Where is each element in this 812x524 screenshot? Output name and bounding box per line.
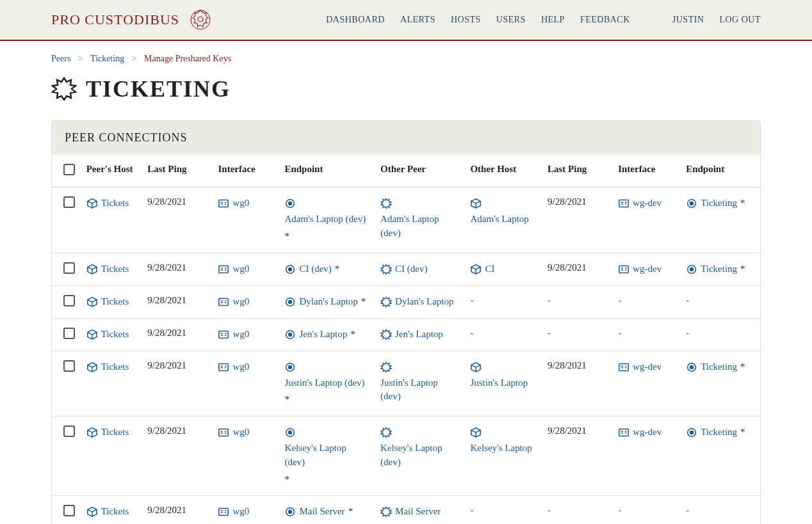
nav-feedback[interactable]: FEEDBACK [580,15,630,25]
cell-link[interactable]: Tickets [101,196,129,210]
cell-link[interactable]: wg-dev [633,360,662,374]
cell-link[interactable]: wg-dev [633,425,662,440]
burst-icon [380,264,392,275]
nav-logout[interactable]: LOG OUT [719,15,761,25]
nav-dashboard[interactable]: DASHBOARD [326,15,385,25]
cell-link[interactable]: CI [485,262,494,276]
cell-link[interactable]: Tickets [101,360,129,374]
cell-link[interactable]: Mail Server [395,505,441,519]
col-last-ping-1: Last Ping [141,155,211,187]
cell-last-ping: 9/28/2021 [541,187,612,253]
cell-link[interactable]: Justin's Laptop [470,376,528,390]
endpoint-icon [686,361,697,373]
cell-last-ping: 9/28/2021 [541,417,612,496]
cell-link[interactable]: Dylan's Laptop [299,295,357,309]
row-checkbox[interactable] [63,196,75,208]
medallion-icon [187,6,214,33]
nav-user[interactable]: JUSTIN [672,15,704,25]
cell-link[interactable]: Mail Server [299,505,345,519]
nav-help[interactable]: HELP [541,15,565,25]
psk-indicator: * [348,505,353,519]
cell-empty: - [686,328,689,338]
interface-icon [218,427,229,438]
burst-icon [380,427,392,438]
breadcrumb-peers[interactable]: Peers [51,54,70,63]
cell-empty: - [470,295,473,305]
psk-indicator: * [740,196,745,210]
interface-icon [218,198,229,209]
cube-icon [86,296,98,308]
cell-link[interactable]: Tickets [101,295,129,309]
row-checkbox[interactable] [63,262,75,274]
cube-icon [470,198,482,209]
cube-icon [86,427,98,438]
cell-last-ping: 9/28/2021 [141,285,211,318]
row-checkbox[interactable] [63,295,75,306]
burst-icon [380,361,392,373]
cell-link[interactable]: wg-dev [633,196,662,210]
psk-indicator: * [284,393,289,407]
cell-link[interactable]: wg-dev [633,262,662,276]
row-checkbox[interactable] [63,425,75,437]
cell-link[interactable]: wg0 [232,505,249,519]
endpoint-icon [284,296,296,308]
psk-indicator: * [335,262,340,276]
cell-link[interactable]: Adam's Laptop [470,212,528,226]
cell-link[interactable]: wg0 [232,262,249,276]
cell-link[interactable]: Kelsey's Laptop (dev) [284,441,368,470]
brand-logo[interactable]: PRO CUSTODIBUS [51,12,179,28]
cell-link[interactable]: Ticketing [701,425,737,440]
burst-icon [380,329,392,340]
cell-empty: - [618,328,621,338]
nav-hosts[interactable]: HOSTS [451,15,481,25]
breadcrumb-ticketing[interactable]: Ticketing [90,54,124,63]
cube-icon [86,506,98,518]
nav-alerts[interactable]: ALERTS [400,15,435,25]
cell-link[interactable]: Kelsey's Laptop [470,441,532,456]
cell-link[interactable]: Kelsey's Laptop (dev) [380,441,457,470]
cell-link[interactable]: Justin's Laptop (dev) [284,376,364,390]
cell-link[interactable]: Tickets [101,328,129,342]
cell-link[interactable]: wg0 [232,425,249,440]
cell-link[interactable]: Ticketing [701,262,737,276]
cell-link[interactable]: Ticketing [701,196,737,210]
breadcrumb: Peers > Ticketing > Manage Preshared Key… [51,54,761,64]
row-checkbox[interactable] [63,328,75,339]
cell-link[interactable]: Adam's Laptop (dev) [380,212,457,241]
cell-empty: - [686,295,689,305]
psk-indicator: * [284,230,289,244]
cell-link[interactable]: Dylan's Laptop [395,295,453,309]
cell-link[interactable]: Jen's Laptop [395,328,443,342]
panel-header: PEER CONNECTIONS [52,121,760,155]
table-row: Tickets9/28/2021wg0Justin's Laptop (dev)… [52,351,760,417]
interface-icon [618,427,629,438]
interface-icon [218,264,229,275]
endpoint-icon [686,427,697,438]
cell-link[interactable]: Adam's Laptop (dev) [284,212,366,226]
cell-empty: - [548,505,551,515]
cell-link[interactable]: Justin's Laptop (dev) [380,376,457,404]
cell-link[interactable]: wg0 [232,328,249,342]
cell-link[interactable]: wg0 [232,295,249,309]
row-checkbox[interactable] [63,505,75,516]
cell-link[interactable]: Tickets [101,505,129,519]
endpoint-icon [284,506,296,518]
cell-link[interactable]: wg0 [232,196,249,210]
nav-users[interactable]: USERS [496,15,526,25]
cell-link[interactable]: Jen's Laptop [299,328,347,342]
cell-link[interactable]: CI (dev) [395,262,427,276]
table-row: Tickets9/28/2021wg0Dylan's Laptop *Dylan… [52,285,760,318]
cell-link[interactable]: Tickets [101,425,129,440]
cell-link[interactable]: Tickets [101,262,129,276]
page-title-text: TICKETING [86,75,231,102]
cell-link[interactable]: wg0 [232,360,249,374]
select-all-checkbox[interactable] [63,164,75,175]
col-endpoint-2: Endpoint [679,155,760,187]
col-other-host: Other Host [464,155,541,187]
cell-link[interactable]: CI (dev) [299,262,331,276]
cell-link[interactable]: Ticketing [701,360,737,374]
burst-icon [51,76,77,102]
cube-icon [86,264,98,275]
row-checkbox[interactable] [63,360,75,372]
psk-indicator: * [361,295,366,309]
